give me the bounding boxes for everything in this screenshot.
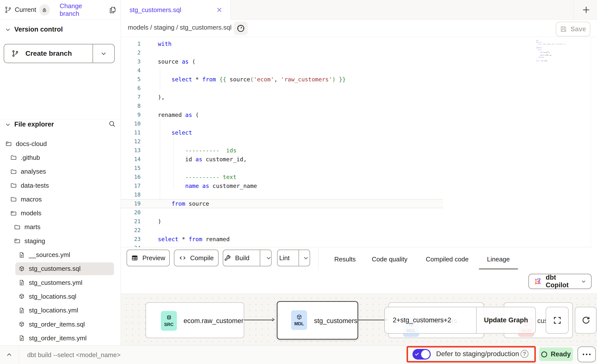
compile-label: Compile [190,254,214,262]
chevron-up-icon[interactable] [5,351,13,358]
file-tree-item[interactable]: stg_customers.sql [0,262,121,276]
status-bar: dbt build --select <model_name> Defer to… [0,345,597,364]
code-icon [179,254,186,262]
lint-main[interactable]: Lint [274,250,295,266]
file-tree-label: stg_order_items.sql [29,321,85,328]
lineage-edge [244,320,274,320]
status-badge: Ready [539,347,573,361]
code-line: 17 name as customer_name [121,182,591,190]
cube-icon [296,314,302,320]
folder-icon [10,168,17,175]
model-health-button[interactable] [234,22,248,35]
line-number: 1 [121,39,148,48]
line-number: 12 [121,137,148,146]
lineage-node-source[interactable]: SRC ecom.raw_customers [146,302,244,338]
file-yml-icon [19,307,25,314]
tab-lineage[interactable]: Lineage [487,247,510,271]
file-tree-item[interactable]: macros [0,192,121,206]
defer-label: Defer to staging/production [436,350,519,358]
save-label: Save [570,25,586,33]
file-tree-item[interactable]: staging [0,234,121,248]
editor-right-border [591,37,591,247]
lineage-panel[interactable]: SRC ecom.raw_customers MDL stg_customers… [121,293,597,345]
file-tree-label: data-tests [21,182,49,189]
version-control-header[interactable]: Version control [5,26,63,33]
new-tab-button[interactable] [580,4,592,16]
build-main[interactable]: Build [217,250,256,266]
file-tree-label: __sources.yml [29,251,70,259]
code-line: 2 [121,48,591,57]
dbt-copilot-button[interactable]: dbt Copilot [528,274,592,289]
file-explorer-header[interactable]: File explorer [5,121,54,128]
line-number: 9 [121,110,148,119]
file-model-icon [19,266,25,272]
file-tree-item[interactable]: marts [0,220,121,234]
lineage-selector-input[interactable]: 2+stg_customers+2 [385,316,476,324]
line-number: 23 [121,235,148,244]
file-tree-item[interactable]: stg_locations.sql [0,290,121,303]
chevron-down-icon [5,122,11,127]
copy-icon[interactable] [109,6,116,14]
folder-icon [10,154,17,161]
compile-button[interactable]: Compile [174,250,219,266]
build-button[interactable]: Build [223,250,272,266]
lock-icon [42,7,47,13]
build-label: Build [235,254,249,262]
close-icon[interactable] [216,6,223,14]
file-tree-item[interactable]: __sources.yml [0,248,121,262]
command-input[interactable]: dbt build --select <model_name> [27,351,121,359]
code-line: 23select * from renamed [121,235,591,244]
create-branch-button[interactable]: Create branch [4,44,115,63]
file-tree-label: stg_locations.sql [29,293,76,300]
save-icon [560,26,567,33]
line-number: 3 [121,57,148,66]
chevron-down-icon [5,27,11,33]
toolbar-divider [318,249,318,269]
help-icon[interactable]: ? [521,350,528,358]
tab-compiled-code[interactable]: Compiled code [426,247,468,271]
more-options-button[interactable] [578,346,596,362]
preview-button[interactable]: Preview [127,250,170,266]
file-tree-item[interactable]: stg_customers.yml [0,276,121,290]
fullscreen-button[interactable] [546,307,569,334]
file-tree-item[interactable]: stg_order_items.sql [0,317,121,331]
file-tree-item[interactable]: stg_locations.yml [0,304,121,317]
file-explorer-title: File explorer [14,121,54,128]
lineage-edge [358,320,387,320]
file-tree-item[interactable]: docs-cloud [0,137,121,151]
change-branch-link[interactable]: Change branch [60,2,101,18]
gauge-icon [236,24,245,33]
file-tree-item[interactable]: analyses [0,165,121,179]
create-branch-dropdown[interactable] [93,44,114,63]
tab-stg-customers-sql[interactable]: stg_customers.sql [121,0,231,20]
refresh-button[interactable] [575,307,597,334]
file-tree-item[interactable]: data-tests [0,179,121,192]
editor-minimap: with source as ( select * from {{ source… [536,40,565,61]
code-lines: 1with23source as (45 select * from {{ so… [121,39,591,247]
file-tree-item[interactable]: models [0,206,121,220]
toggle-knob [421,350,430,359]
current-branch-label: Current [15,6,36,14]
code-line: 3source as ( [121,57,591,66]
tab-results[interactable]: Results [334,247,356,271]
lineage-node-stg-customers[interactable]: MDL stg_customers [277,301,358,340]
code-line: 6 [121,84,591,93]
file-tree-item[interactable]: .github [0,151,121,164]
code-line: 21) [121,217,591,226]
line-number: 2 [121,48,148,57]
file-tree-label: marts [24,223,40,231]
chevron-down-icon [303,255,309,261]
code-editor[interactable]: 1with23source as (45 select * from {{ so… [121,37,591,247]
file-model-icon [19,293,25,300]
lint-button[interactable]: Lint [277,250,310,266]
file-tree-label: analyses [21,168,46,175]
file-tree-item[interactable]: stg_order_items.yml [0,331,121,345]
lint-dropdown[interactable] [298,250,313,266]
tab-code-quality[interactable]: Code quality [372,247,408,271]
code-line: 11 select [121,128,591,137]
search-icon[interactable] [108,120,116,128]
defer-toggle[interactable] [412,349,431,360]
file-tree-label: stg_customers.yml [29,279,82,287]
update-graph-button[interactable]: Update Graph [476,307,535,333]
save-button[interactable]: Save [556,22,590,36]
